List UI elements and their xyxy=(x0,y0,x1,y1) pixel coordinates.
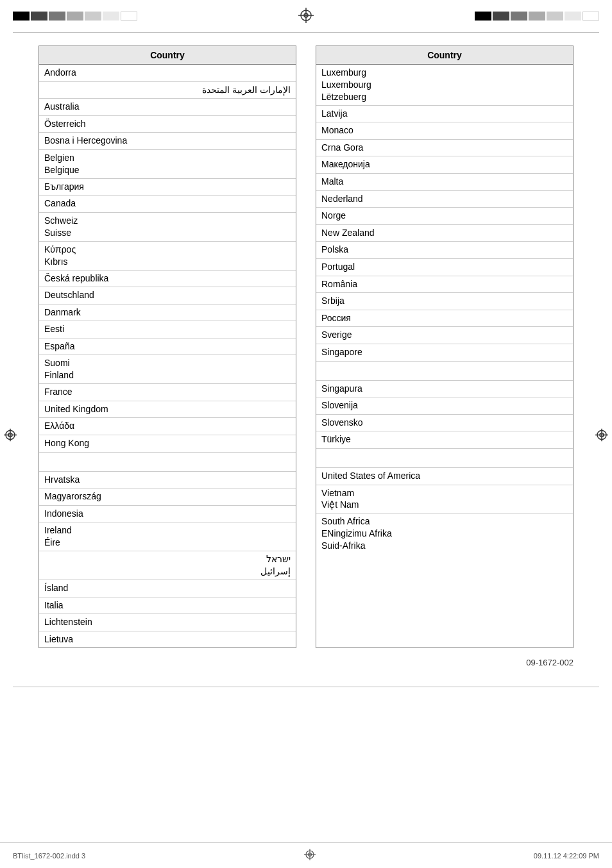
page-content: Country Andorra الإمارات العربية المتحدة… xyxy=(0,33,612,687)
list-item: SchweizSuisse xyxy=(39,213,296,242)
color-bar xyxy=(493,12,509,21)
color-bar xyxy=(49,12,65,21)
list-item: Monaco xyxy=(316,122,573,140)
list-item: Malta xyxy=(316,174,573,191)
center-registration-mark xyxy=(298,8,314,25)
list-item: Latvija xyxy=(316,106,573,123)
list-item: Hong Kong xyxy=(39,435,296,453)
list-item: South AfricaENingizimu AfrikaSuid-Afrika xyxy=(316,513,573,554)
list-item: France xyxy=(39,384,296,401)
color-bar xyxy=(547,12,563,21)
list-item: Australia xyxy=(39,99,296,116)
document-id: 09-1672-002 xyxy=(526,658,574,667)
color-bar xyxy=(67,12,83,21)
list-item: Bosna i Hercegovina xyxy=(39,133,296,150)
list-item: Polska xyxy=(316,242,573,259)
list-item: Magyarország xyxy=(39,488,296,506)
list-item: Sverige xyxy=(316,327,573,344)
color-bar xyxy=(13,12,30,21)
list-item: Srbija xyxy=(316,293,573,310)
list-item: Česká republika xyxy=(39,271,296,288)
list-item: Norge xyxy=(316,208,573,225)
list-item: Österreich xyxy=(39,116,296,133)
list-item: Andorra xyxy=(39,65,296,82)
list-item-spacer xyxy=(316,362,573,381)
list-item-spacer xyxy=(316,449,573,468)
color-bar xyxy=(103,12,119,21)
color-bars-right xyxy=(475,12,599,21)
color-bar xyxy=(85,12,101,21)
list-item: Lichtenstein xyxy=(39,614,296,631)
color-bar xyxy=(31,12,47,21)
color-bar xyxy=(511,12,527,21)
list-item: Indonesia xyxy=(39,506,296,523)
left-column-header: Country xyxy=(39,46,296,65)
list-item: SuomiFinland xyxy=(39,355,296,384)
list-item: Slovenija xyxy=(316,397,573,415)
right-column-header: Country xyxy=(316,46,573,65)
list-item: Россия xyxy=(316,310,573,328)
color-bar xyxy=(529,12,545,21)
right-column: Country LuxemburgLuxembourgLëtzebuerg La… xyxy=(316,46,574,648)
list-item: BelgienBelgique xyxy=(39,150,296,179)
color-bar xyxy=(565,12,581,21)
list-item: Nederland xyxy=(316,191,573,208)
list-item: Crna Gora xyxy=(316,140,573,157)
list-item: New Zealand xyxy=(316,225,573,242)
tables-container: Country Andorra الإمارات العربية المتحدة… xyxy=(38,46,574,648)
list-item: Canada xyxy=(39,196,296,213)
list-item: ישראלإسرائيل xyxy=(39,551,296,580)
list-item: United Kingdom xyxy=(39,401,296,419)
list-item: Lietuva xyxy=(39,631,296,648)
list-item: الإمارات العربية المتحدة xyxy=(39,82,296,99)
list-item: Danmark xyxy=(39,305,296,322)
list-item: Italia xyxy=(39,597,296,615)
list-item: Portugal xyxy=(316,259,573,276)
list-item: ΚύπροςKıbrıs xyxy=(39,242,296,271)
list-item: România xyxy=(316,276,573,294)
color-bar xyxy=(475,12,491,21)
list-item-usa: United States of America xyxy=(316,468,573,485)
list-item: VietnamViệt Nam xyxy=(316,485,573,514)
color-bars-left xyxy=(13,12,137,21)
list-item: Türkiye xyxy=(316,431,573,449)
bottom-center-reg xyxy=(304,849,316,862)
list-item: Ελλάδα xyxy=(39,418,296,435)
list-item: Eesti xyxy=(39,321,296,338)
list-item: Македонија xyxy=(316,156,573,174)
list-item: Deutschland xyxy=(39,287,296,305)
list-item: България xyxy=(39,179,296,196)
list-item: Ísland xyxy=(39,580,296,597)
list-item: Singapura xyxy=(316,381,573,398)
bottom-bar: BTlist_1672-002.indd 3 09.11.12 4:22:09 … xyxy=(0,842,612,868)
list-item: IrelandÉire xyxy=(39,522,296,551)
list-item: Slovensko xyxy=(316,415,573,432)
list-item: España xyxy=(39,338,296,356)
list-item: LuxemburgLuxembourgLëtzebuerg xyxy=(316,65,573,106)
list-item-spacer xyxy=(39,453,296,472)
list-item: Singapore xyxy=(316,344,573,362)
thin-line-bottom xyxy=(13,687,599,687)
left-column: Country Andorra الإمارات العربية المتحدة… xyxy=(38,46,296,648)
printer-marks-top xyxy=(0,0,612,32)
color-bar xyxy=(582,12,599,21)
filename: BTlist_1672-002.indd 3 xyxy=(13,852,85,860)
color-bar xyxy=(121,12,137,21)
list-item: Hrvatska xyxy=(39,472,296,489)
timestamp: 09.11.12 4:22:09 PM xyxy=(534,852,599,860)
